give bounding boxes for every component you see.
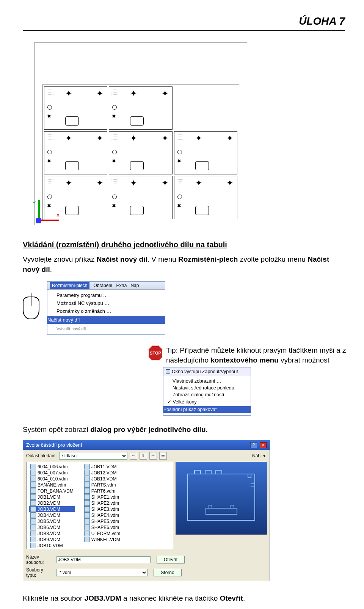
file-icon (30, 512, 36, 518)
help-button[interactable]: ? (250, 442, 257, 448)
menu-item[interactable]: Parametry programu … (56, 291, 163, 299)
context-menu-header[interactable]: Okno výstupu Zapnout/Vypnout (163, 367, 251, 376)
menu-tab[interactable]: Obrábění (93, 283, 112, 288)
context-menu-item[interactable]: Zobrazit dialog možností (173, 391, 248, 398)
file-item[interactable]: U_FORM.vdm (83, 531, 122, 536)
file-name: FOR_BANA.VDM (38, 488, 74, 494)
menu-tab[interactable]: Náp (130, 283, 139, 288)
file-item[interactable]: JOB6.VDM (29, 524, 75, 530)
file-icon (84, 512, 90, 518)
file-name: JOB4.VDM (38, 513, 60, 518)
file-item[interactable]: JOB5.VDM (29, 518, 75, 524)
up-icon[interactable]: ⇧ (140, 452, 147, 460)
context-menu-item[interactable]: Nastavit střed rotace pohledu (173, 385, 248, 391)
menu-item[interactable]: Vytvořit nový díl (56, 325, 163, 332)
file-item[interactable]: SHAPE4.vdm (83, 512, 122, 518)
newfolder-icon[interactable]: ✳ (149, 452, 157, 460)
menu-item-highlighted[interactable]: Načíst nový díl (47, 316, 165, 324)
file-item[interactable]: SHAPE1.vdm (83, 494, 122, 500)
context-menu-item[interactable]: Vlastnosti zobrazení … (173, 378, 248, 385)
file-open-dialog: Zvolte část/díl pro vložení ? × Oblast h… (23, 440, 270, 581)
cad-workarea: ◦◦◦◦◦◦◦◦◦◦◦◦◦◦◦◦◦◦✦✦✖ ◦◦◦◦◦◦◦◦◦◦◦◦◦◦◦◦◦◦… (34, 42, 247, 225)
file-list[interactable]: 6004_006.vdm6004_007.vdm6004_010.vdmBANA… (26, 462, 173, 549)
text-bold: Otevřít (220, 594, 243, 602)
lookin-select[interactable]: stdlaser (59, 452, 127, 460)
menu-item[interactable]: Možnosti NC výstupu … (56, 299, 163, 307)
file-name: SHAPE5.vdm (91, 519, 119, 524)
menu-tab[interactable]: Extra (116, 283, 127, 288)
file-item[interactable]: 6004_010.vdm (29, 476, 75, 482)
text-bold: dialog pro výběr jednotlivého dílu. (90, 425, 207, 433)
part-cell: ◦◦◦◦◦◦◦◦◦◦◦◦◦◦◦◦◦◦✦✦✖ (109, 176, 172, 219)
file-item[interactable]: PARTS.vdm (83, 482, 122, 488)
file-name: PARTS.vdm (91, 482, 116, 488)
file-item[interactable]: JOB8.VDM (29, 531, 75, 536)
checkbox-icon (166, 369, 170, 374)
file-icon (84, 494, 90, 500)
text-bold: Rozmístění-plech (178, 255, 238, 263)
tip-block: STOP Tip: Případně můžete kliknout pravý… (148, 345, 360, 416)
file-item[interactable]: 6004_007.vdm (29, 470, 75, 476)
menu-item[interactable]: Poznámky o změnách … (56, 307, 163, 315)
file-icon (30, 506, 36, 512)
y-axis-label: Y (33, 201, 36, 206)
file-item[interactable]: JOB11.VDM (83, 464, 122, 469)
file-icon (30, 518, 36, 524)
file-item[interactable]: JOB1.VDM (29, 494, 75, 500)
text: Systém opět zobrazí (23, 425, 90, 433)
file-item[interactable]: SHAPE2.vdm (83, 500, 122, 506)
open-button[interactable]: Otevřít (157, 556, 185, 563)
file-item[interactable]: 6004_006.vdm (29, 464, 75, 469)
file-item[interactable]: SHAPE3.vdm (83, 506, 122, 512)
cancel-button[interactable]: Storno (154, 569, 182, 576)
file-item[interactable]: JOB3.VDM (29, 506, 75, 512)
file-item[interactable]: JOB13.VDM (83, 476, 122, 482)
text: . (50, 265, 52, 273)
file-item[interactable]: WINKEL.VDM (83, 537, 122, 542)
file-item[interactable]: BANANE.vdm (29, 482, 75, 488)
file-icon (30, 488, 36, 494)
file-name: JOB1.VDM (38, 494, 60, 500)
file-name: PART6.vdm (91, 488, 116, 494)
file-item[interactable]: FOR_BANA.VDM (29, 488, 75, 494)
file-icon (84, 476, 90, 482)
file-item[interactable]: JOB2.VDM (29, 500, 75, 506)
text: Klikněte na soubor (23, 594, 85, 602)
page-header: ÚLOHA 7 (23, 15, 345, 27)
viewmode-icon[interactable]: ☰ (159, 452, 167, 460)
file-item[interactable]: JOB10.VDM (29, 543, 75, 548)
file-item[interactable]: SHAPE6.vdm (83, 524, 122, 530)
file-name: BANANE.vdm (38, 482, 66, 488)
file-name: SHAPE3.vdm (91, 507, 119, 512)
file-icon (30, 482, 36, 488)
part-cell: ◦◦◦◦◦◦◦◦◦◦◦◦◦◦◦◦◦◦✦✦✖ (174, 131, 237, 174)
file-name: JOB10.VDM (38, 543, 63, 548)
file-icon (30, 531, 36, 536)
part-cell: ◦◦◦◦◦◦◦◦◦◦◦◦◦◦◦◦◦◦✦✦✖ (109, 86, 172, 130)
file-item[interactable]: JOB9.VDM (29, 537, 75, 542)
back-icon[interactable]: ← (130, 452, 137, 460)
file-icon (84, 524, 90, 530)
section-heading: Vkládání (rozmístění) druhého jednotlivé… (23, 240, 345, 249)
filename-input[interactable] (56, 556, 151, 563)
file-icon (84, 537, 90, 542)
file-name: JOB8.VDM (38, 531, 60, 536)
file-item[interactable]: PART6.vdm (83, 488, 122, 494)
text: zvolte položku menu (238, 255, 308, 263)
part-preview-shape (187, 474, 255, 521)
context-menu-item-checked[interactable]: Velké ikony (173, 398, 248, 405)
close-button[interactable]: × (260, 442, 267, 448)
file-name: JOB2.VDM (38, 501, 60, 506)
menu-tab-selected[interactable]: Rozmístění-plech (50, 282, 89, 289)
file-item[interactable]: JOB12.VDM (83, 470, 122, 476)
file-icon (84, 518, 90, 524)
context-menu-item-highlighted[interactable]: Poslední příkaz opakovat (163, 406, 251, 413)
file-name: SHAPE1.vdm (91, 494, 119, 500)
file-name: JOB6.VDM (38, 525, 60, 530)
stop-icon: STOP (148, 345, 163, 361)
file-item[interactable]: SHAPE5.vdm (83, 518, 122, 524)
file-item[interactable]: JOB4.VDM (29, 512, 75, 518)
tip-text: vybrat možnost (279, 356, 329, 364)
file-icon (84, 482, 90, 488)
filetype-select[interactable]: *.vdm (56, 569, 147, 576)
